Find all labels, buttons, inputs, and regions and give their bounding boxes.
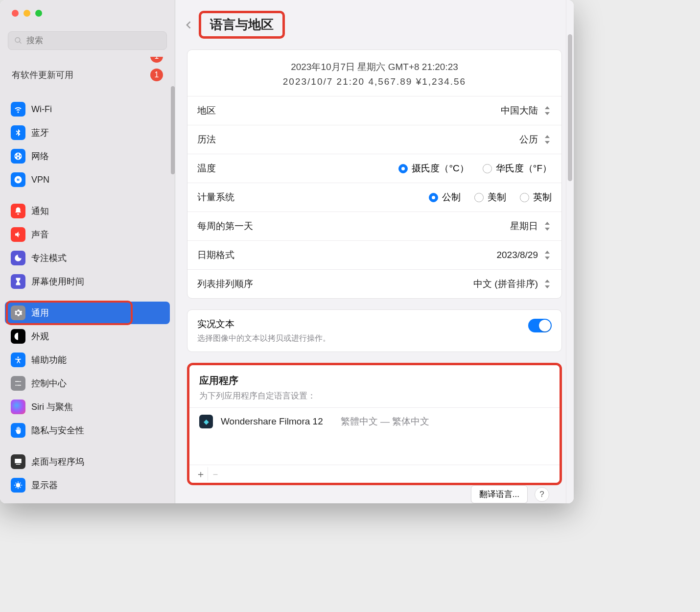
popup-arrows-icon bbox=[543, 134, 552, 145]
sidebar-item-accessibility[interactable]: 辅助功能 bbox=[5, 349, 170, 371]
live-text-labels: 实况文本 选择图像中的文本以拷贝或进行操作。 bbox=[197, 318, 330, 344]
help-button[interactable]: ? bbox=[535, 487, 549, 502]
sidebar-item-label: 辅助功能 bbox=[31, 354, 67, 366]
sidebar-item-privacy[interactable]: 隐私与安全性 bbox=[5, 419, 170, 442]
sidebar-item-label: 隐私与安全性 bbox=[31, 424, 84, 436]
zoom-window-button[interactable] bbox=[35, 10, 42, 17]
live-text-toggle[interactable] bbox=[528, 319, 552, 332]
radio-label: 英制 bbox=[533, 191, 552, 204]
main-scrollbar-track bbox=[566, 0, 574, 503]
radio-metric[interactable]: 公制 bbox=[429, 191, 461, 204]
appearance-icon bbox=[11, 329, 25, 344]
main-header: 语言与地区 bbox=[175, 0, 574, 49]
listorder-row[interactable]: 列表排列顺序 中文 (拼音排序) bbox=[187, 269, 561, 298]
radio-dot-icon bbox=[483, 164, 492, 173]
temperature-label: 温度 bbox=[197, 162, 216, 175]
siri-icon bbox=[11, 400, 25, 414]
brightness-icon bbox=[11, 478, 25, 493]
bell-icon bbox=[11, 204, 25, 218]
sidebar-group-system: 通用 外观 辅助功能 控制中心 Siri 与聚焦 bbox=[5, 302, 170, 442]
radio-dot-icon bbox=[474, 193, 484, 202]
firstday-row[interactable]: 每周的第一天 星期日 bbox=[187, 212, 561, 240]
sidebar: 1 有软件更新可用 1 Wi-Fi 蓝牙 网络 bbox=[0, 0, 175, 503]
sidebar-list[interactable]: 1 有软件更新可用 1 Wi-Fi 蓝牙 网络 bbox=[0, 57, 175, 503]
sidebar-item-screentime[interactable]: 屏幕使用时间 bbox=[5, 270, 170, 293]
applications-subtitle: 为下列应用程序自定语言设置： bbox=[199, 390, 550, 401]
sample-line-2: 2023/10/7 21:20 4,567.89 ¥1,234.56 bbox=[197, 76, 552, 87]
footer: 翻译语言... ? bbox=[187, 485, 562, 503]
settings-window: 1 有软件更新可用 1 Wi-Fi 蓝牙 网络 bbox=[0, 0, 574, 503]
sidebar-item-wifi[interactable]: Wi-Fi bbox=[5, 98, 170, 120]
dateformat-row[interactable]: 日期格式 2023/8/29 bbox=[187, 240, 561, 269]
app-row[interactable]: ◆ Wondershare Filmora 12 繁體中文 — 繁体中文 bbox=[189, 407, 560, 435]
sidebar-item-label: 蓝牙 bbox=[31, 127, 49, 139]
sidebar-item-network[interactable]: 网络 bbox=[5, 145, 170, 167]
speaker-icon bbox=[11, 227, 25, 242]
main-scrollbar[interactable] bbox=[568, 34, 572, 181]
region-value-popup[interactable]: 中国大陆 bbox=[501, 104, 552, 117]
calendar-label: 历法 bbox=[197, 133, 216, 146]
sidebar-item-general[interactable]: 通用 bbox=[5, 302, 170, 324]
sidebar-item-siri[interactable]: Siri 与聚焦 bbox=[5, 396, 170, 418]
vpn-icon bbox=[11, 172, 25, 187]
remove-app-button[interactable]: － bbox=[208, 467, 223, 481]
sidebar-item-sound[interactable]: 声音 bbox=[5, 223, 170, 246]
region-row[interactable]: 地区 中国大陆 bbox=[187, 96, 561, 125]
popup-arrows-icon bbox=[543, 279, 552, 289]
listorder-value-popup[interactable]: 中文 (拼音排序) bbox=[473, 278, 552, 290]
sidebar-group-network: Wi-Fi 蓝牙 网络 VPN bbox=[5, 98, 170, 191]
live-text-card: 实况文本 选择图像中的文本以拷贝或进行操作。 bbox=[187, 309, 562, 352]
sidebar-item-vpn[interactable]: VPN bbox=[5, 168, 170, 191]
temperature-radio-group: 摄氏度（°C） 华氏度（°F） bbox=[398, 162, 552, 175]
search-box[interactable] bbox=[8, 31, 167, 50]
sidebar-item-notifications[interactable]: 通知 bbox=[5, 200, 170, 222]
sidebar-item-label: Wi-Fi bbox=[31, 104, 52, 115]
radio-celsius[interactable]: 摄氏度（°C） bbox=[398, 162, 468, 175]
applications-card-highlight: 应用程序 为下列应用程序自定语言设置： ◆ Wondershare Filmor… bbox=[187, 363, 562, 485]
back-button[interactable] bbox=[184, 18, 194, 32]
search-input[interactable] bbox=[26, 36, 161, 46]
close-window-button[interactable] bbox=[12, 10, 19, 17]
app-list-spacer bbox=[189, 435, 560, 465]
dateformat-value: 2023/8/29 bbox=[496, 250, 538, 260]
dateformat-value-popup[interactable]: 2023/8/29 bbox=[496, 250, 552, 260]
software-update-row[interactable]: 有软件更新可用 1 bbox=[5, 64, 170, 89]
globe-icon bbox=[11, 149, 25, 164]
app-language: 繁體中文 — 繁体中文 bbox=[341, 415, 430, 428]
popup-arrows-icon bbox=[543, 105, 552, 116]
moon-icon bbox=[11, 251, 25, 265]
radio-label: 华氏度（°F） bbox=[496, 162, 552, 175]
applications-card: 应用程序 为下列应用程序自定语言设置： ◆ Wondershare Filmor… bbox=[189, 365, 560, 483]
calendar-row[interactable]: 历法 公历 bbox=[187, 125, 561, 154]
gear-icon bbox=[11, 306, 25, 320]
radio-fahrenheit[interactable]: 华氏度（°F） bbox=[483, 162, 552, 175]
region-value: 中国大陆 bbox=[501, 104, 538, 117]
add-app-button[interactable]: ＋ bbox=[193, 467, 208, 481]
sidebar-scrollbar[interactable] bbox=[171, 86, 175, 174]
sidebar-item-appearance[interactable]: 外观 bbox=[5, 325, 170, 348]
sidebar-group-display: 桌面与程序坞 显示器 bbox=[5, 450, 170, 496]
sidebar-truncated-row: 1 bbox=[5, 57, 170, 62]
minimize-window-button[interactable] bbox=[23, 10, 30, 17]
popup-arrows-icon bbox=[543, 250, 552, 260]
firstday-label: 每周的第一天 bbox=[197, 220, 253, 233]
sidebar-item-displays[interactable]: 显示器 bbox=[5, 474, 170, 496]
radio-label: 摄氏度（°C） bbox=[412, 162, 468, 175]
popup-arrows-icon bbox=[543, 221, 552, 232]
radio-us[interactable]: 美制 bbox=[474, 191, 506, 204]
listorder-label: 列表排列顺序 bbox=[197, 278, 253, 290]
main-content[interactable]: 2023年10月7日 星期六 GMT+8 21:20:23 2023/10/7 … bbox=[175, 49, 574, 503]
software-update-label: 有软件更新可用 bbox=[12, 69, 73, 81]
sidebar-item-focus[interactable]: 专注模式 bbox=[5, 247, 170, 269]
sidebar-item-label: 屏幕使用时间 bbox=[31, 276, 84, 287]
region-label: 地区 bbox=[197, 104, 216, 117]
radio-uk[interactable]: 英制 bbox=[520, 191, 552, 204]
firstday-value-popup[interactable]: 星期日 bbox=[510, 220, 552, 233]
sidebar-item-desktop[interactable]: 桌面与程序坞 bbox=[5, 450, 170, 473]
radio-label: 美制 bbox=[488, 191, 506, 204]
calendar-value-popup[interactable]: 公历 bbox=[519, 133, 552, 146]
hand-icon bbox=[11, 423, 25, 438]
sidebar-item-controlcenter[interactable]: 控制中心 bbox=[5, 372, 170, 395]
sidebar-item-bluetooth[interactable]: 蓝牙 bbox=[5, 121, 170, 144]
translate-languages-button[interactable]: 翻译语言... bbox=[471, 485, 528, 503]
